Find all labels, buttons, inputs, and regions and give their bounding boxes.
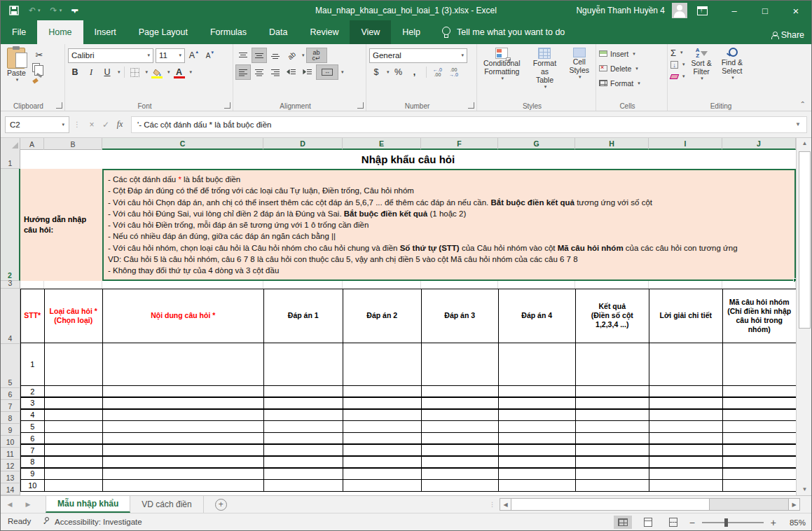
table-cell[interactable] [649, 386, 722, 396]
row-header-10[interactable]: 10 [1, 436, 20, 448]
table-header-cell[interactable]: Lời giải chi tiết [649, 289, 722, 343]
empty-cell[interactable] [421, 281, 498, 289]
table-cell[interactable] [422, 480, 498, 490]
table-cell[interactable] [499, 457, 575, 467]
align-right-icon[interactable] [268, 65, 282, 79]
scroll-down-icon[interactable]: ▼ [797, 484, 812, 495]
row-header-12[interactable]: 12 [1, 460, 20, 471]
zoom-level[interactable]: 85% [783, 518, 806, 527]
table-cell[interactable] [343, 457, 421, 467]
table-cell[interactable] [103, 421, 263, 432]
table-cell[interactable] [576, 469, 649, 479]
fill-color-icon[interactable] [150, 65, 164, 79]
normal-view-button[interactable] [614, 516, 632, 529]
empty-cell[interactable] [498, 281, 575, 289]
table-cell[interactable] [576, 480, 649, 490]
table-cell[interactable] [723, 445, 796, 455]
cell-styles-button[interactable]: Cell Styles▾ [565, 46, 593, 100]
scroll-right-icon[interactable]: ▶ [788, 498, 800, 511]
table-cell[interactable] [723, 433, 796, 443]
merge-center-icon[interactable]: ↔ [317, 65, 338, 79]
align-bottom-icon[interactable] [268, 48, 282, 62]
table-cell[interactable] [264, 469, 343, 479]
table-cell[interactable] [723, 480, 796, 490]
ribbon-tab-insert[interactable]: Insert [83, 20, 128, 44]
column-header-B[interactable]: B [44, 138, 102, 150]
decrease-font-icon[interactable]: A▼ [203, 48, 217, 62]
stt-cell[interactable]: 2 [21, 386, 44, 396]
table-cell[interactable] [422, 457, 498, 467]
number-dialog-launcher[interactable] [468, 102, 474, 109]
table-cell[interactable] [723, 343, 796, 385]
table-cell[interactable] [649, 398, 722, 408]
table-cell[interactable] [499, 480, 575, 490]
row-header-4[interactable]: 4 [1, 289, 20, 344]
align-top-icon[interactable] [236, 48, 250, 62]
sheet-tab-inactive[interactable]: VD cách điền [130, 496, 203, 513]
format-painter-icon[interactable] [32, 74, 42, 83]
orientation-icon[interactable]: ab [282, 46, 301, 65]
table-cell[interactable] [264, 433, 343, 443]
close-button[interactable]: × [780, 1, 811, 20]
stt-cell[interactable]: 5 [21, 421, 44, 432]
autosum-icon[interactable]: Σ▾ [670, 48, 685, 57]
delete-cells-button[interactable]: × Delete▾ [599, 61, 664, 76]
page-break-view-button[interactable] [664, 516, 682, 529]
column-header-G[interactable]: G [498, 138, 575, 150]
collapse-ribbon-icon[interactable]: ⌃ [800, 100, 806, 108]
row-header-1[interactable]: 1 [1, 150, 20, 169]
table-cell[interactable] [45, 469, 102, 479]
accessibility-status[interactable]: Accessibility: Investigate [41, 517, 142, 527]
tabsbar-grip[interactable]: ⋮ [489, 501, 495, 508]
decrease-indent-icon[interactable] [284, 65, 298, 79]
comma-icon[interactable]: , [408, 65, 422, 79]
align-left-icon[interactable] [236, 65, 250, 79]
stt-cell[interactable]: 1 [21, 343, 44, 385]
empty-row-3[interactable] [20, 281, 796, 289]
table-cell[interactable] [45, 398, 102, 408]
table-cell[interactable] [264, 398, 343, 408]
table-cell[interactable] [264, 410, 343, 420]
italic-button[interactable]: I [84, 65, 98, 79]
table-cell[interactable] [422, 445, 498, 455]
page-layout-view-button[interactable] [639, 516, 657, 529]
row-header-6[interactable]: 6 [1, 388, 20, 400]
table-cell[interactable] [723, 398, 796, 408]
new-sheet-icon[interactable]: + [215, 499, 227, 511]
table-cell[interactable] [45, 343, 102, 385]
stt-cell[interactable]: 7 [21, 445, 44, 455]
table-cell[interactable] [343, 480, 421, 490]
table-cell[interactable] [103, 433, 263, 443]
name-box[interactable]: C2▾ [5, 116, 69, 133]
table-header-cell[interactable]: Đáp án 2 [343, 289, 421, 343]
ribbon-tab-formulas[interactable]: Formulas [199, 20, 258, 44]
empty-cell[interactable] [575, 281, 649, 289]
sheet-tab-active[interactable]: Mẫu nhập khẩu [46, 496, 130, 513]
table-cell[interactable] [576, 445, 649, 455]
empty-cell[interactable] [102, 281, 263, 289]
sort-filter-button[interactable]: AZ Sort & Filter▾ [688, 46, 715, 100]
row-header-13[interactable]: 13 [1, 471, 20, 483]
font-dialog-launcher[interactable] [224, 102, 230, 109]
table-cell[interactable] [499, 410, 575, 420]
table-header-cell[interactable]: Nội dung câu hỏi * [103, 289, 263, 343]
table-cell[interactable] [422, 398, 498, 408]
table-cell[interactable] [576, 386, 649, 396]
enter-icon[interactable]: ✓ [99, 120, 113, 130]
table-cell[interactable] [422, 469, 498, 479]
table-cell[interactable] [723, 386, 796, 396]
save-icon[interactable] [9, 6, 19, 15]
table-header-cell[interactable]: STT* [21, 289, 44, 343]
table-cell[interactable] [103, 398, 263, 408]
table-cell[interactable] [649, 421, 722, 432]
empty-cell[interactable] [722, 281, 796, 289]
vertical-scrollbar[interactable]: ▲ ▼ [796, 138, 812, 495]
zoom-slider-thumb[interactable] [724, 518, 728, 527]
empty-cell[interactable] [263, 281, 343, 289]
table-cell[interactable] [499, 445, 575, 455]
table-cell[interactable] [45, 421, 102, 432]
table-header-cell[interactable]: Đáp án 4 [499, 289, 575, 343]
user-name[interactable]: Nguyễn Thanh Huyền 4 [576, 6, 665, 15]
table-cell[interactable] [343, 410, 421, 420]
instructions-label-cell[interactable]: Hướng dẫn nhập câu hỏi: [20, 169, 102, 281]
